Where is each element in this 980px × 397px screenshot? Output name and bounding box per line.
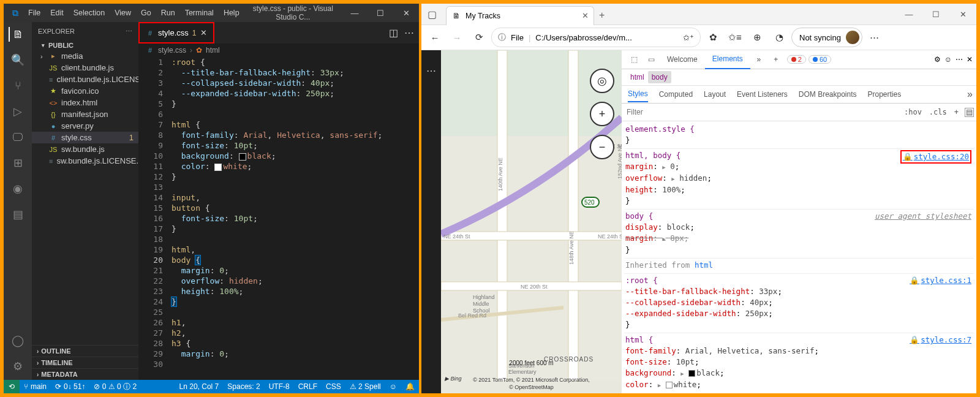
collections-icon[interactable]: ⊕ — [747, 28, 767, 47]
more-tabs-icon[interactable]: » — [750, 55, 767, 64]
menu-go[interactable]: Go — [136, 9, 156, 17]
eol[interactable]: CRLF — [294, 382, 322, 391]
close-button[interactable]: ✕ — [393, 9, 419, 18]
zoom-in-button[interactable]: + — [590, 102, 614, 126]
subtab-styles[interactable]: Styles — [628, 86, 648, 102]
more-actions-icon[interactable]: ⋯ — [404, 27, 414, 39]
more-subtabs-icon[interactable]: » — [967, 89, 973, 100]
cls-toggle[interactable]: .cls — [925, 108, 951, 116]
new-tab-button[interactable]: + — [599, 10, 605, 21]
error-badge[interactable]: 2 — [787, 55, 806, 64]
extensions-icon[interactable]: ✿ — [703, 28, 723, 47]
new-rule-icon[interactable]: + — [951, 108, 962, 116]
menu-help[interactable]: Help — [219, 9, 244, 17]
tab-style-css[interactable]: # style.css 1 ✕ — [138, 22, 214, 43]
menu-file[interactable]: File — [23, 9, 45, 17]
hov-toggle[interactable]: :hov — [900, 108, 925, 116]
explorer-more-icon[interactable]: ⋯ — [126, 28, 132, 36]
file-manifest.json[interactable]: {}manifest.json — [32, 108, 138, 120]
performance-icon[interactable]: ◔ — [769, 28, 789, 47]
subtab-layout[interactable]: Layout — [704, 87, 726, 102]
remote-icon[interactable]: 🖵 — [10, 130, 25, 145]
file-index.html[interactable]: <>index.html — [32, 97, 138, 108]
settings-gear-icon[interactable]: ⚙ — [10, 359, 25, 374]
browser-tab[interactable]: 🗎 My Tracks ✕ — [446, 6, 594, 25]
menu-terminal[interactable]: Terminal — [180, 9, 219, 17]
section-timeline[interactable]: TIMELINE — [32, 357, 138, 368]
locate-button[interactable]: ◎ — [590, 69, 614, 93]
split-editor-icon[interactable]: ◫ — [389, 27, 398, 39]
git-sync[interactable]: ⟳ 0↓ 51↑ — [51, 382, 89, 391]
account-icon[interactable]: ◯ — [10, 333, 25, 348]
profile-sync[interactable]: Not syncing — [791, 28, 862, 47]
source-control-icon[interactable]: ⑂ — [10, 78, 25, 93]
code-editor[interactable]: 1234567891011121314151617181920212223242… — [138, 57, 419, 380]
subtab-properties[interactable]: Properties — [868, 87, 902, 102]
map-view[interactable]: 140th Ave NE 148th Ave NE 152nd Ave NE N… — [441, 50, 622, 393]
inspect-icon[interactable]: ⬚ — [625, 55, 643, 64]
notifications-icon[interactable]: 🔔 — [401, 382, 419, 391]
tab-actions-icon[interactable]: ▢ — [421, 9, 442, 20]
encoding[interactable]: UTF-8 — [265, 382, 294, 391]
site-info-icon[interactable]: ⓘ — [498, 32, 506, 43]
file-media[interactable]: ▸media — [32, 50, 138, 62]
address-bar[interactable]: ⓘ File | C:/Users/pabrosse/dev/m... ✩⁺ — [491, 28, 701, 47]
workspace-root[interactable]: PUBLIC — [32, 40, 138, 50]
file-client.bundle.js[interactable]: JSclient.bundle.js — [32, 62, 138, 74]
styles-pane[interactable]: element.style {}🔒style.css:20html, body … — [622, 121, 976, 393]
add-tab-icon[interactable]: + — [767, 55, 785, 64]
file-sw.bundle.js.LICENSE.txt[interactable]: ≡sw.bundle.js.LICENSE.txt — [32, 155, 138, 167]
tab-elements[interactable]: Elements — [705, 50, 750, 69]
reload-button[interactable]: ⟳ — [469, 28, 489, 47]
run-debug-icon[interactable]: ▷ — [10, 104, 25, 119]
subtab-event-listeners[interactable]: Event Listeners — [737, 87, 788, 102]
section-outline[interactable]: OUTLINE — [32, 345, 138, 357]
section-metadata[interactable]: METADATA — [32, 368, 138, 380]
favorites-icon[interactable]: ✩≡ — [725, 28, 745, 47]
app-menu-icon[interactable]: ⋯ — [865, 28, 884, 47]
menu-selection[interactable]: Selection — [69, 9, 110, 17]
subtab-dom-breakpoints[interactable]: DOM Breakpoints — [799, 87, 857, 102]
edge-icon[interactable]: ◉ — [10, 181, 25, 196]
devtools-settings-icon[interactable]: ⚙ — [934, 55, 941, 64]
file-sw.bundle.js[interactable]: JSsw.bundle.js — [32, 143, 138, 155]
maximize-button[interactable]: ☐ — [922, 10, 949, 19]
menu-view[interactable]: View — [110, 9, 136, 17]
file-server.py[interactable]: ●server.py — [32, 120, 138, 132]
language-mode[interactable]: CSS — [322, 382, 345, 391]
filter-input[interactable] — [622, 108, 900, 116]
search-icon[interactable]: 🔍 — [10, 53, 25, 67]
subtab-computed[interactable]: Computed — [659, 87, 693, 102]
zoom-out-button[interactable]: − — [590, 135, 614, 159]
file-favicon.ico[interactable]: ★favicon.ico — [32, 85, 138, 97]
remote-indicator[interactable]: ⟲ — [4, 380, 20, 393]
maximize-button[interactable]: ☐ — [368, 9, 393, 18]
menu-edit[interactable]: Edit — [45, 9, 69, 17]
dom-breadcrumb[interactable]: html body — [622, 69, 976, 86]
menu-run[interactable]: Run — [156, 9, 180, 17]
devtools-close-icon[interactable]: ✕ — [967, 55, 973, 64]
device-icon[interactable]: ▭ — [643, 55, 660, 64]
file-style.css[interactable]: #style.css1 — [32, 132, 138, 143]
minimize-button[interactable]: — — [895, 10, 922, 19]
close-tab-icon[interactable]: ✕ — [582, 11, 589, 20]
cursor-position[interactable]: Ln 20, Col 7 — [175, 382, 224, 391]
devtools-menu-icon[interactable]: ⋯ — [956, 55, 963, 64]
spell-check[interactable]: ⚠ 2 Spell — [345, 382, 385, 391]
minimize-button[interactable]: — — [342, 9, 368, 18]
indentation[interactable]: Spaces: 2 — [223, 382, 264, 391]
back-button[interactable]: ← — [425, 28, 445, 47]
favorite-icon[interactable]: ✩⁺ — [683, 33, 694, 42]
app-sidebar[interactable]: ⋯ — [421, 50, 441, 393]
file-client.bundle.js.LICENSE.txt[interactable]: ≡client.bundle.js.LICENSE.txt — [32, 74, 138, 85]
feedback-icon[interactable]: ☺ — [385, 382, 401, 391]
references-icon[interactable]: ▤ — [10, 207, 25, 222]
breadcrumbs[interactable]: #style.css › ✿html — [138, 43, 419, 57]
git-branch[interactable]: ⑂ main — [20, 382, 51, 391]
close-tab-icon[interactable]: ✕ — [200, 28, 207, 37]
devtools-feedback-icon[interactable]: ☺ — [944, 55, 952, 64]
extensions-icon[interactable]: ⊞ — [10, 156, 25, 170]
computed-toggle-icon[interactable]: ▤ — [965, 108, 974, 117]
explorer-icon[interactable]: 🗎 — [9, 27, 26, 42]
close-button[interactable]: ✕ — [949, 10, 976, 19]
